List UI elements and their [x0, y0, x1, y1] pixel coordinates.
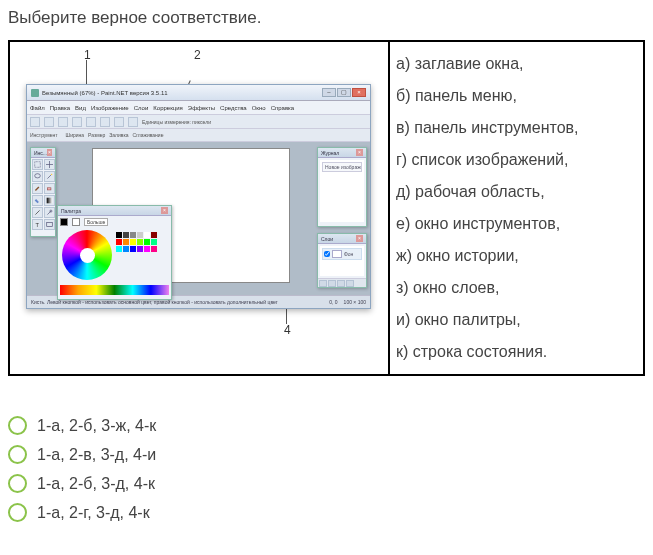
menu-image[interactable]: Изображение: [91, 105, 129, 111]
layers-close-icon[interactable]: ×: [356, 235, 363, 242]
tb-undo[interactable]: [114, 117, 124, 127]
swatch-grid[interactable]: [116, 232, 157, 252]
close-button[interactable]: ×: [352, 88, 366, 97]
tool-wand-icon[interactable]: [44, 171, 55, 182]
tool-eraser-icon[interactable]: [44, 183, 55, 194]
opt-size: Размер: [88, 132, 105, 138]
menu-window[interactable]: Окно: [252, 105, 266, 111]
legend-cell: а) заглавие окна, б) панель меню, в) пан…: [389, 41, 644, 375]
history-item[interactable]: Новое изображение: [322, 162, 362, 172]
layers-window: Слои × Фон: [317, 233, 367, 288]
tool-move-icon[interactable]: [44, 159, 55, 170]
layer-item[interactable]: Фон: [322, 248, 362, 260]
app-window: Безымянный (67%) - Paint.NET версия 3.5.…: [26, 84, 371, 309]
tool-options-bar: Инструмент Ширина Размер Заливка Сглажив…: [27, 129, 370, 142]
question-text: Выберите верное соответствие.: [8, 8, 645, 28]
title-percent: (67%): [80, 90, 96, 96]
primary-color-swatch[interactable]: [60, 218, 68, 226]
svg-point-2: [51, 174, 52, 175]
app-icon: [31, 89, 39, 97]
option-2[interactable]: 1-а, 2-в, 3-д, 4-и: [8, 445, 645, 464]
marker-2: 2: [194, 48, 201, 62]
tools-title: Инс... ×: [31, 148, 55, 158]
maximize-button[interactable]: ▢: [337, 88, 351, 97]
opt-fill: Заливка: [109, 132, 128, 138]
svg-rect-7: [47, 222, 53, 226]
tool-gradient-icon[interactable]: [44, 195, 55, 206]
tb-new[interactable]: [30, 117, 40, 127]
color-wheel[interactable]: [62, 230, 112, 280]
radio-icon[interactable]: [8, 474, 27, 493]
legend-v: в) панель инструментов,: [396, 112, 637, 144]
tools-close-icon[interactable]: ×: [47, 149, 52, 156]
legend-d: д) рабочая область,: [396, 176, 637, 208]
tool-brush-icon[interactable]: [32, 183, 43, 194]
menu-file[interactable]: Файл: [30, 105, 45, 111]
hue-strip[interactable]: [60, 285, 169, 295]
svg-text:T: T: [35, 222, 39, 228]
tools-grid: T: [31, 158, 55, 231]
menu-tools[interactable]: Средства: [220, 105, 247, 111]
layers-title-text: Слои: [321, 236, 333, 242]
legend-b: б) панель меню,: [396, 80, 637, 112]
menu-help[interactable]: Справка: [271, 105, 295, 111]
layer-merge-icon[interactable]: [346, 280, 354, 287]
option-1[interactable]: 1-а, 2-б, 3-ж, 4-к: [8, 416, 645, 435]
tb-paste[interactable]: [100, 117, 110, 127]
main-toolbar: Единицы измерения: пиксели: [27, 115, 370, 129]
option-4[interactable]: 1-а, 2-г, 3-д, 4-к: [8, 503, 645, 522]
history-close-icon[interactable]: ×: [356, 149, 363, 156]
option-3[interactable]: 1-а, 2-б, 3-д, 4-к: [8, 474, 645, 493]
titlebar: Безымянный (67%) - Paint.NET версия 3.5.…: [27, 85, 370, 101]
radio-icon[interactable]: [8, 445, 27, 464]
menu-effects[interactable]: Эффекты: [188, 105, 215, 111]
menu-view[interactable]: Вид: [75, 105, 86, 111]
title-text: Безымянный (67%) - Paint.NET версия 3.5.…: [42, 90, 322, 96]
tb-cut[interactable]: [72, 117, 82, 127]
secondary-color-swatch[interactable]: [72, 218, 80, 226]
tb-save[interactable]: [58, 117, 68, 127]
layers-toolbar: [318, 278, 366, 287]
tb-copy[interactable]: [86, 117, 96, 127]
option-4-label: 1-а, 2-г, 3-д, 4-к: [37, 504, 150, 522]
minimize-button[interactable]: –: [322, 88, 336, 97]
menu-edit[interactable]: Правка: [50, 105, 70, 111]
radio-icon[interactable]: [8, 416, 27, 435]
legend-k: к) строка состояния.: [396, 336, 637, 368]
palette-title: Палитра ×: [58, 206, 171, 216]
legend-zh: ж) окно истории,: [396, 240, 637, 272]
tool-pencil-icon[interactable]: [32, 207, 43, 218]
tool-text-icon[interactable]: T: [32, 219, 43, 230]
status-size: 100 × 100: [344, 299, 366, 305]
palette-window: Палитра × Больше: [57, 205, 172, 300]
radio-icon[interactable]: [8, 503, 27, 522]
layer-visible-checkbox[interactable]: [324, 251, 330, 257]
svg-rect-4: [47, 198, 53, 204]
answer-options: 1-а, 2-б, 3-ж, 4-к 1-а, 2-в, 3-д, 4-и 1-…: [8, 416, 645, 522]
tb-open[interactable]: [44, 117, 54, 127]
tb-units: Единицы измерения: пиксели: [142, 119, 211, 125]
tool-picker-icon[interactable]: [44, 207, 55, 218]
svg-rect-0: [35, 162, 41, 168]
layer-del-icon[interactable]: [328, 280, 336, 287]
layer-add-icon[interactable]: [319, 280, 327, 287]
tool-fill-icon[interactable]: [32, 195, 43, 206]
palette-more-btn[interactable]: Больше: [84, 218, 108, 226]
tool-lasso-icon[interactable]: [32, 171, 43, 182]
option-1-label: 1-а, 2-б, 3-ж, 4-к: [37, 417, 156, 435]
tools-window: Инс... × T: [30, 147, 56, 237]
tool-select-icon[interactable]: [32, 159, 43, 170]
tool-shape-icon[interactable]: [44, 219, 55, 230]
layers-list: Фон: [320, 246, 364, 276]
menu-layers[interactable]: Слои: [134, 105, 149, 111]
history-title-text: Журнал: [321, 150, 339, 156]
marker-4: 4: [284, 323, 291, 337]
tb-redo[interactable]: [128, 117, 138, 127]
legend-z: з) окно слоев,: [396, 272, 637, 304]
legend-g: г) список изображений,: [396, 144, 637, 176]
paintnet-screenshot: 1 2 3 4 Безымянный (67%) - Paint.NET вер…: [16, 48, 376, 338]
legend-e: е) окно инструментов,: [396, 208, 637, 240]
palette-close-icon[interactable]: ×: [161, 207, 168, 214]
layer-dup-icon[interactable]: [337, 280, 345, 287]
menu-adjust[interactable]: Коррекция: [153, 105, 183, 111]
